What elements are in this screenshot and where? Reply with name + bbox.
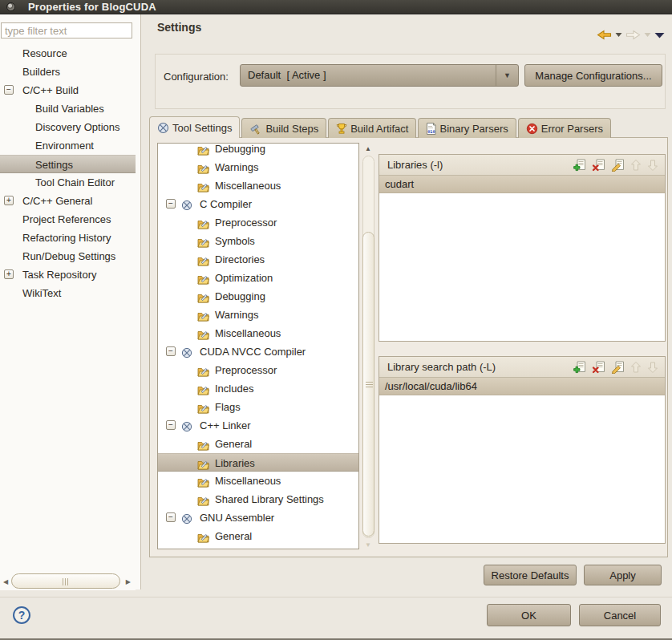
- forward-menu-icon[interactable]: [644, 32, 651, 38]
- move-down-icon: [647, 361, 658, 374]
- tool-tree-item-directories[interactable]: Directories: [158, 250, 358, 269]
- delete-icon[interactable]: [592, 159, 605, 172]
- tab-label: Tool Settings: [172, 122, 232, 134]
- combo-dropdown-icon[interactable]: ▼: [496, 65, 518, 86]
- sidebar-item-c-c-general[interactable]: +C/C++ General: [0, 192, 136, 210]
- libraries-panel-header: Libraries (-l): [379, 155, 665, 176]
- apply-button[interactable]: Apply: [584, 565, 662, 585]
- collapse-icon[interactable]: −: [166, 346, 176, 356]
- tool-tree-item-label: Debugging: [215, 143, 265, 155]
- scroll-left-icon[interactable]: ◀: [3, 578, 8, 585]
- window-menu-icon[interactable]: [6, 2, 15, 11]
- tab-build-artifact[interactable]: Build Artifact: [328, 118, 416, 138]
- expand-icon[interactable]: +: [4, 269, 14, 279]
- sidebar-item-environment[interactable]: Environment: [0, 136, 136, 155]
- tool-tree-item-preprocessor[interactable]: Preprocessor: [158, 361, 358, 379]
- tool-tree-item-libraries[interactable]: Libraries: [158, 453, 358, 472]
- tab-label: Error Parsers: [541, 123, 603, 135]
- tool-tree-item-general[interactable]: General: [158, 435, 358, 453]
- tool-tree-item-optimization[interactable]: Optimization: [158, 269, 358, 287]
- sidebar-item-run-debug-settings[interactable]: Run/Debug Settings: [0, 247, 136, 265]
- sidebar-item-discovery-options[interactable]: Discovery Options: [0, 118, 136, 136]
- sidebar-item-project-references[interactable]: Project References: [0, 210, 136, 229]
- scroll-up-icon[interactable]: ▲: [365, 145, 371, 152]
- tool-tree-item-flags[interactable]: Flags: [158, 398, 358, 416]
- forward-icon[interactable]: [625, 29, 641, 41]
- sidebar-item-c-c-build[interactable]: −C/C++ Build: [0, 81, 136, 99]
- tool-tree-item-general[interactable]: General: [158, 527, 358, 545]
- sidebar-item-label: C/C++ Build: [22, 84, 79, 96]
- add-icon[interactable]: [573, 159, 586, 172]
- sidebar-item-label: Run/Debug Settings: [22, 250, 115, 262]
- tab-tool-settings[interactable]: Tool Settings: [149, 116, 240, 138]
- sidebar-item-wikitext[interactable]: WikiText: [0, 284, 136, 302]
- view-menu-icon[interactable]: [654, 32, 665, 38]
- tool-tree-item-c-compiler[interactable]: −C Compiler: [158, 195, 358, 213]
- filter-input[interactable]: [1, 22, 132, 38]
- error-parsers-icon: [526, 123, 538, 135]
- list-item-cudart[interactable]: cudart: [379, 176, 665, 193]
- sidebar-item-build-variables[interactable]: Build Variables: [0, 99, 136, 118]
- sidebar-item-settings[interactable]: Settings: [0, 155, 136, 173]
- libraries-list[interactable]: cudart: [379, 176, 665, 341]
- tool-tree-item-label: Flags: [215, 401, 241, 413]
- cancel-button[interactable]: Cancel: [579, 604, 661, 626]
- help-button[interactable]: ?: [13, 606, 30, 624]
- h-scrollbar-thumb[interactable]: [11, 573, 120, 589]
- add-icon[interactable]: [573, 361, 586, 374]
- tab-error-parsers[interactable]: Error Parsers: [518, 118, 611, 138]
- tab-build-steps[interactable]: Build Steps: [241, 118, 326, 138]
- list-item-usr-local-cuda-lib64[interactable]: /usr/local/cuda/lib64: [379, 378, 665, 395]
- configuration-group: Configuration: Default [ Active ] ▼ Mana…: [155, 54, 666, 109]
- delete-icon[interactable]: [592, 361, 605, 374]
- sidebar-item-refactoring-history[interactable]: Refactoring History: [0, 229, 136, 247]
- tool-tree-item-label: Miscellaneous: [215, 475, 281, 487]
- tree-vertical-scrollbar[interactable]: ▲ ▼: [362, 145, 375, 549]
- tool-tree-item-warnings[interactable]: Warnings: [158, 158, 358, 176]
- sidebar-item-tool-chain-editor[interactable]: Tool Chain Editor: [0, 173, 136, 192]
- collapse-icon[interactable]: −: [4, 85, 14, 95]
- back-menu-icon[interactable]: [615, 32, 622, 38]
- tool-tree-item-c-linker[interactable]: −C++ Linker: [158, 416, 358, 435]
- bottom-separator: [0, 597, 672, 597]
- svg-text:010: 010: [428, 129, 435, 134]
- sidebar-horizontal-scrollbar[interactable]: ◀ ▶: [0, 573, 136, 590]
- tool-tree-item-label: Preprocessor: [215, 217, 277, 229]
- sidebar-item-label: Discovery Options: [35, 121, 119, 133]
- tool-tree-item-includes[interactable]: Includes: [158, 379, 358, 398]
- expand-icon[interactable]: +: [4, 196, 14, 205]
- tool-tree-item-preprocessor[interactable]: Preprocessor: [158, 213, 358, 232]
- edit-icon[interactable]: [611, 361, 625, 374]
- collapse-icon[interactable]: −: [166, 512, 176, 522]
- tool-tree-item-label: Includes: [215, 383, 253, 395]
- panel-title: Libraries (-l): [387, 159, 573, 171]
- tool-tree-item-warnings[interactable]: Warnings: [158, 306, 358, 324]
- manage-configurations-button[interactable]: Manage Configurations...: [524, 64, 662, 87]
- sidebar-item-resource[interactable]: Resource: [0, 44, 136, 63]
- ok-button[interactable]: OK: [487, 604, 571, 626]
- configuration-select[interactable]: Default [ Active ] ▼: [240, 64, 519, 87]
- tool-tree-item-miscellaneous[interactable]: Miscellaneous: [158, 324, 358, 342]
- tool-tree-item-miscellaneous[interactable]: Miscellaneous: [158, 176, 358, 195]
- sidebar-item-builders[interactable]: Builders: [0, 63, 136, 81]
- libraries-toolbar: [573, 159, 658, 172]
- tool-tree-item-gnu-assembler[interactable]: −GNU Assembler: [158, 508, 358, 527]
- library-search-path-list[interactable]: /usr/local/cuda/lib64: [379, 378, 665, 543]
- tool-tree-item-symbols[interactable]: Symbols: [158, 232, 358, 250]
- tool-tree-item-cuda-nvcc-compiler[interactable]: −CUDA NVCC Compiler: [158, 342, 358, 361]
- collapse-icon[interactable]: −: [166, 420, 176, 430]
- tab-binary-parsers[interactable]: 010Binary Parsers: [418, 118, 516, 138]
- scroll-down-icon[interactable]: ▼: [365, 541, 371, 549]
- back-icon[interactable]: [597, 29, 612, 41]
- tool-tree-item-miscellaneous[interactable]: Miscellaneous: [158, 472, 358, 490]
- v-scrollbar-thumb[interactable]: [362, 232, 374, 537]
- collapse-icon[interactable]: −: [166, 199, 176, 209]
- tool-tree-item-debugging[interactable]: Debugging: [158, 143, 358, 158]
- tool-tree-item-label: General: [215, 438, 252, 450]
- sidebar-item-task-repository[interactable]: +Task Repository: [0, 265, 136, 284]
- scroll-right-icon[interactable]: ▶: [126, 578, 131, 585]
- tool-tree-item-shared-library-settings[interactable]: Shared Library Settings: [158, 490, 358, 508]
- restore-defaults-button[interactable]: Restore Defaults: [484, 565, 577, 585]
- tool-tree-item-debugging[interactable]: Debugging: [158, 287, 358, 306]
- edit-icon[interactable]: [611, 159, 625, 172]
